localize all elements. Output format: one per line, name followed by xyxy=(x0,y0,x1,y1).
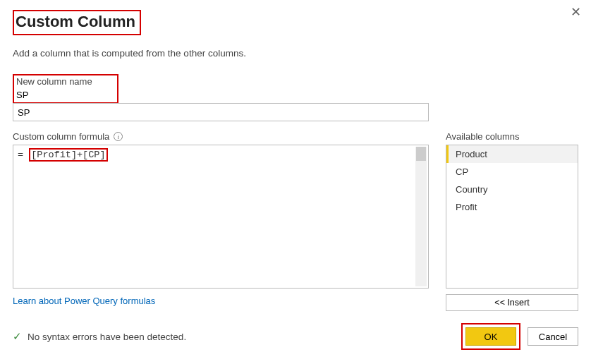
insert-button[interactable]: << Insert xyxy=(446,294,578,311)
available-column-item[interactable]: Country xyxy=(446,181,578,198)
available-column-item[interactable]: Profit xyxy=(446,198,578,216)
column-name-input[interactable] xyxy=(14,87,106,102)
formula-scrollbar[interactable] xyxy=(415,147,427,286)
formula-editor[interactable]: = [Profit]+[CP] xyxy=(13,145,429,289)
close-icon[interactable]: ✕ xyxy=(571,4,581,20)
info-icon[interactable]: i xyxy=(114,132,123,141)
available-columns-list[interactable]: ProductCPCountryProfit xyxy=(446,145,578,289)
dialog-subtitle: Add a column that is computed from the o… xyxy=(13,48,578,59)
status-text: No syntax errors have been detected. xyxy=(28,332,186,342)
formula-label: Custom column formula xyxy=(13,131,109,142)
ok-button[interactable]: OK xyxy=(465,327,516,346)
formula-text: = [Profit]+[CP] xyxy=(18,148,108,162)
available-column-item[interactable]: CP xyxy=(446,163,578,181)
formula-prefix: = xyxy=(18,150,29,160)
status-row: ✓ No syntax errors have been detected. xyxy=(13,330,186,343)
scrollbar-thumb[interactable] xyxy=(416,147,426,161)
dialog-title: Custom Column xyxy=(13,10,141,35)
available-columns-label: Available columns xyxy=(446,131,578,142)
check-icon: ✓ xyxy=(13,330,22,343)
available-column-item[interactable]: Product xyxy=(446,145,578,163)
formula-value: [Profit]+[CP] xyxy=(29,148,107,162)
cancel-button[interactable]: Cancel xyxy=(528,327,578,346)
column-name-input-full[interactable] xyxy=(13,103,429,121)
column-name-label: New column name xyxy=(14,75,117,87)
learn-link[interactable]: Learn about Power Query formulas xyxy=(13,296,155,306)
